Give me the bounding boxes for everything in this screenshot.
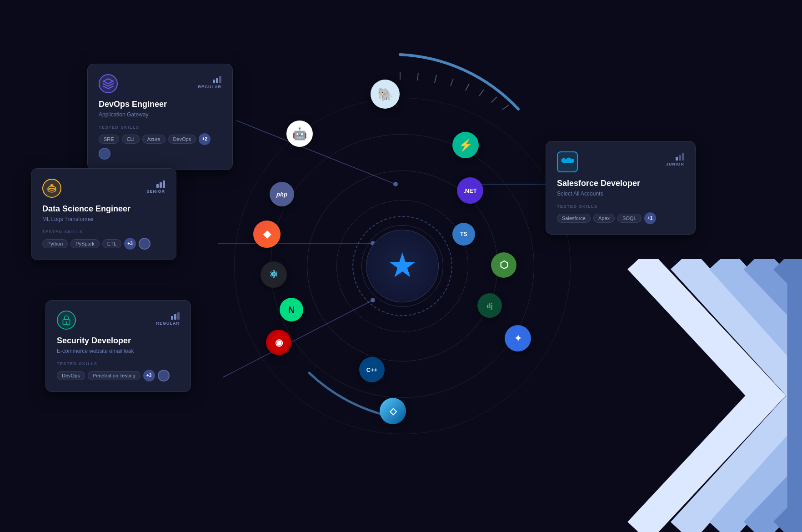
flutter-icon[interactable]: ◇ (380, 398, 406, 424)
datascience-card: SENIOR Data Science Engineer ML Logs Tra… (31, 168, 176, 260)
devops-title: DevOps Engineer (99, 100, 221, 110)
lightning-icon[interactable]: ⚡ (452, 132, 479, 158)
orbit-diagram: 🐘 🤖 ⚡ php .NET ◆ TS ⚛ ⬡ N ◉ dj (230, 93, 575, 439)
react-icon[interactable]: ⚛ (261, 261, 287, 288)
security-skills: DevOps Penetration Testing +3 (57, 370, 180, 381)
security-skills-label: TESTED SKILLS (57, 361, 180, 366)
salesforce-skills-label: TESTED SKILLS (557, 204, 684, 209)
security-title: Security Developer (57, 336, 180, 346)
datascience-skills-label: TESTED SKILLS (42, 230, 165, 234)
security-logo (57, 311, 76, 330)
postgres-icon[interactable]: 🐘 (371, 80, 400, 109)
salesforce-skills: Salesforce Apex SOQL +1 (557, 212, 684, 224)
chevrons-decoration (593, 259, 802, 532)
devops-level: REGULAR (198, 74, 222, 89)
swift-icon[interactable]: ◆ (253, 221, 281, 248)
typescript-icon[interactable]: TS (452, 223, 475, 246)
datascience-title: Data Science Engineer (42, 204, 165, 214)
salesforce-title: Salesforce Developer (557, 179, 684, 189)
fedora-icon[interactable]: ◉ (266, 330, 291, 355)
datascience-skills: Python PySpark ETL +3 (42, 238, 165, 250)
devops-skills-label: TESTED SKILLS (99, 125, 221, 130)
datascience-logo (42, 179, 61, 198)
salesforce-level: JUNIOR (666, 151, 684, 166)
datascience-level: SENIOR (146, 179, 165, 194)
svg-line-11 (451, 79, 453, 86)
security-level: REGULAR (156, 311, 180, 326)
svg-line-9 (417, 73, 418, 80)
salesforce-logo (557, 151, 578, 172)
php-icon[interactable]: php (270, 182, 294, 206)
django-icon[interactable]: dj (477, 293, 502, 318)
devops-card: REGULAR DevOps Engineer Application Gate… (87, 64, 233, 170)
salesforce-card: JUNIOR Salesforce Developer Select All A… (546, 141, 696, 235)
devops-logo (99, 74, 118, 93)
dotnet-icon[interactable]: .NET (457, 177, 483, 204)
datascience-subtitle: ML Logs Transformer (42, 216, 165, 222)
security-card: REGULAR Security Developer E-commerce we… (45, 300, 191, 392)
svg-line-10 (435, 75, 436, 83)
nodejs-icon[interactable]: ⬡ (491, 252, 516, 278)
svg-point-21 (65, 321, 67, 323)
kubernetes-icon[interactable]: ✦ (505, 325, 531, 351)
security-subtitle: E-commerce website email leak (57, 348, 180, 354)
devops-skills: SRE CLI Azure DevOps +2 (99, 133, 221, 160)
salesforce-subtitle: Select All Accounts (557, 191, 684, 197)
android-icon[interactable]: 🤖 (286, 120, 313, 147)
svg-line-12 (466, 84, 469, 90)
devops-subtitle: Application Gateway (99, 111, 221, 118)
cpp-icon[interactable]: C++ (359, 357, 385, 382)
nuxt-icon[interactable]: N (280, 298, 303, 321)
